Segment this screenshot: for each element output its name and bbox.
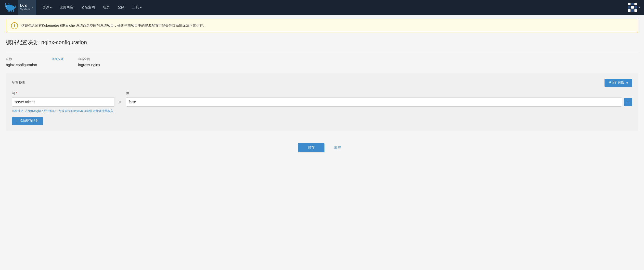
navbar: local System ▾ 资源 ▾ 应用商店 命名空间 成员 配额 工具 ▾ bbox=[0, 0, 644, 15]
nav-item-namespace[interactable]: 命名空间 bbox=[77, 0, 99, 15]
svg-rect-5 bbox=[11, 10, 12, 12]
nav-item-appstore[interactable]: 应用商店 bbox=[56, 0, 77, 15]
svg-rect-4 bbox=[9, 10, 10, 12]
grid-chevron-icon: ▾ bbox=[638, 6, 640, 9]
save-button[interactable]: 保存 bbox=[298, 143, 324, 152]
system-warning-banner: i 这是包含所有Kubernetes和Rancher系统命名空间的系统项目，修改… bbox=[6, 19, 638, 33]
nav-items: 资源 ▾ 应用商店 命名空间 成员 配额 工具 ▾ bbox=[38, 0, 626, 15]
form-header-row: 名称 nginx-configuration 添加描述 命名空间 ingress… bbox=[6, 57, 638, 67]
nav-item-members[interactable]: 成员 bbox=[99, 0, 114, 15]
svg-rect-3 bbox=[8, 10, 8, 12]
name-value: nginx-configuration bbox=[6, 63, 37, 67]
read-file-label: 从文件读取 bbox=[608, 81, 624, 85]
configmap-section: 配置映射 从文件读取 键 * 值 = − 高级技巧: 在键(Key)输入栏 bbox=[6, 73, 638, 131]
form-group-add-desc: 添加描述 bbox=[52, 57, 64, 67]
namespace-value: ingress-nginx bbox=[78, 63, 100, 67]
value-label: 值 bbox=[126, 91, 632, 95]
grid-icon bbox=[628, 3, 637, 12]
resources-chevron-icon: ▾ bbox=[50, 5, 52, 9]
cluster-chevron-icon: ▾ bbox=[32, 6, 33, 9]
cluster-name: local bbox=[20, 3, 30, 7]
tip-text: 高级技巧: 在键(Key)输入栏中粘贴一行或多行的key=value键值对能够批… bbox=[12, 109, 632, 113]
section-title: 配置映射 bbox=[12, 81, 26, 85]
page-title: 编辑配置映射: nginx-configuration bbox=[6, 39, 638, 46]
required-indicator: * bbox=[16, 91, 17, 95]
key-input[interactable] bbox=[12, 97, 115, 107]
cluster-selector[interactable]: local System ▾ bbox=[18, 0, 36, 15]
form-footer: 保存 取消 bbox=[6, 138, 638, 160]
navbar-right: ▾ bbox=[626, 1, 640, 13]
plus-icon: + bbox=[16, 119, 18, 123]
nav-item-resources[interactable]: 资源 ▾ bbox=[38, 0, 56, 15]
add-description-link[interactable]: 添加描述 bbox=[52, 57, 64, 61]
section-header: 配置映射 从文件读取 bbox=[12, 79, 632, 87]
logo[interactable] bbox=[4, 2, 17, 12]
equals-sign: = bbox=[117, 100, 124, 104]
main-content: 编辑配置映射: nginx-configuration 名称 nginx-con… bbox=[0, 37, 644, 170]
cluster-sub: System bbox=[20, 7, 30, 11]
add-configmap-button[interactable]: + 添加配置映射 bbox=[12, 117, 43, 125]
name-label: 名称 bbox=[6, 57, 37, 61]
namespace-label: 命名空间 bbox=[78, 57, 100, 61]
field-labels-row: 键 * 值 bbox=[12, 91, 632, 95]
svg-rect-6 bbox=[13, 10, 14, 12]
banner-text: 这是包含所有Kubernetes和Rancher系统命名空间的系统项目，修改当前… bbox=[21, 23, 206, 28]
nav-item-quota[interactable]: 配额 bbox=[114, 0, 128, 15]
cancel-button[interactable]: 取消 bbox=[329, 143, 346, 152]
read-file-button[interactable]: 从文件读取 bbox=[604, 79, 632, 87]
info-icon: i bbox=[11, 22, 18, 29]
form-group-name: 名称 nginx-configuration bbox=[6, 57, 37, 67]
grid-menu-button[interactable] bbox=[626, 1, 638, 13]
divider bbox=[6, 51, 638, 51]
configmap-entry-row: = − bbox=[12, 97, 632, 107]
remove-entry-button[interactable]: − bbox=[624, 98, 632, 106]
form-group-namespace: 命名空间 ingress-nginx bbox=[78, 57, 100, 67]
cluster-text: local System bbox=[20, 3, 30, 11]
key-label: 键 * bbox=[12, 91, 115, 95]
add-configmap-label: 添加配置映射 bbox=[20, 119, 39, 123]
minus-icon: − bbox=[627, 99, 630, 105]
svg-point-7 bbox=[6, 6, 7, 6]
upload-icon bbox=[626, 81, 628, 85]
tools-chevron-icon: ▾ bbox=[140, 5, 142, 9]
value-input[interactable] bbox=[126, 97, 622, 107]
nav-item-tools[interactable]: 工具 ▾ bbox=[128, 0, 146, 15]
